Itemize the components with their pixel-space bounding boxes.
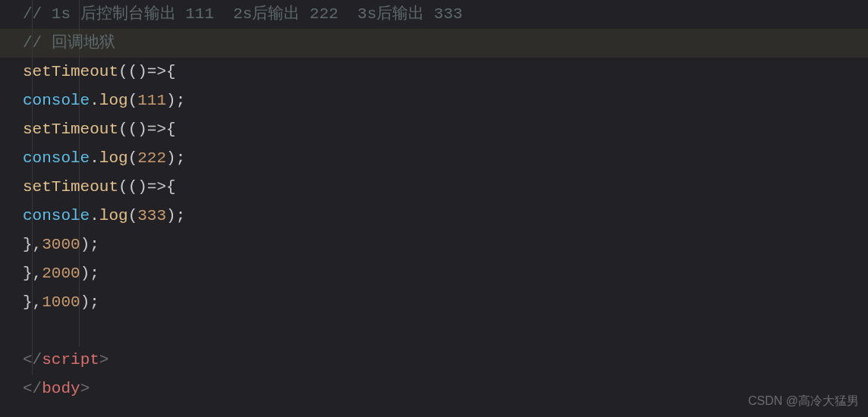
tag-bracket: </: [23, 375, 42, 403]
number-literal: 2000: [42, 259, 80, 288]
code-line[interactable]: }, 1000);: [0, 288, 868, 317]
number-literal: 1000: [42, 288, 80, 317]
dot: .: [90, 86, 99, 115]
paren-close: ): [166, 144, 176, 173]
paren-close: ): [166, 202, 176, 230]
paren-open: (: [128, 86, 138, 115]
comment-text: // 回调地狱: [23, 29, 115, 58]
number-literal: 111: [137, 86, 166, 115]
paren-open: (: [128, 202, 138, 230]
brace-close: }: [23, 288, 33, 317]
paren-open: (: [118, 58, 128, 86]
paren-close: ): [137, 115, 147, 144]
tag-bracket: >: [80, 375, 90, 403]
method-log: log: [99, 86, 128, 115]
brace-open: {: [166, 115, 176, 144]
paren-open: (: [118, 115, 128, 144]
code-line[interactable]: console.log(111);: [0, 86, 868, 115]
number-literal: 3000: [42, 230, 80, 259]
identifier-settimeout: setTimeout: [23, 115, 118, 144]
tag-bracket: >: [99, 346, 109, 375]
method-log: log: [99, 202, 128, 230]
code-line[interactable]: console.log(333);: [0, 202, 868, 230]
identifier-settimeout: setTimeout: [23, 58, 118, 86]
brace-open: {: [166, 173, 176, 202]
paren-close: ): [166, 86, 176, 115]
arrow-op: =>: [147, 115, 166, 144]
paren-close: ): [80, 288, 90, 317]
comment-text: // 1s 后控制台输出 111 2s后输出 222 3s后输出 333: [23, 0, 463, 29]
paren-close: ): [80, 230, 90, 259]
number-literal: 333: [137, 202, 166, 230]
watermark-text: CSDN @高冷大猛男: [748, 390, 859, 412]
semicolon: ;: [176, 86, 186, 115]
code-line[interactable]: }, 2000);: [0, 259, 868, 288]
code-line[interactable]: // 1s 后控制台输出 111 2s后输出 222 3s后输出 333: [0, 0, 868, 29]
code-line[interactable]: setTimeout(() => {: [0, 58, 868, 86]
code-line[interactable]: }, 3000);: [0, 230, 868, 259]
semicolon: ;: [90, 288, 99, 317]
paren-open: (: [128, 173, 138, 202]
paren-open: (: [128, 144, 138, 173]
paren-close: ): [137, 173, 147, 202]
semicolon: ;: [176, 202, 186, 230]
semicolon: ;: [90, 230, 99, 259]
paren-close: ): [80, 259, 90, 288]
identifier-settimeout: setTimeout: [23, 173, 118, 202]
brace-close: }: [23, 230, 33, 259]
number-literal: 222: [137, 144, 166, 173]
paren-open: (: [118, 173, 128, 202]
arrow-op: =>: [147, 173, 166, 202]
paren-close: ): [137, 58, 147, 86]
comma: ,: [33, 259, 42, 288]
arrow-op: =>: [147, 58, 166, 86]
tag-script: script: [42, 346, 99, 375]
semicolon: ;: [90, 259, 99, 288]
identifier-console: console: [23, 144, 90, 173]
paren-open: (: [128, 115, 138, 144]
identifier-console: console: [23, 202, 90, 230]
code-line[interactable]: setTimeout(() => {: [0, 115, 868, 144]
comma: ,: [33, 230, 42, 259]
dot: .: [90, 144, 99, 173]
code-line-empty[interactable]: [0, 317, 868, 346]
brace-open: {: [166, 58, 176, 86]
comma: ,: [33, 288, 42, 317]
semicolon: ;: [176, 144, 186, 173]
identifier-console: console: [23, 86, 90, 115]
code-line[interactable]: </body>: [0, 375, 868, 403]
code-line[interactable]: console.log(222);: [0, 144, 868, 173]
code-line-active[interactable]: // 回调地狱: [0, 29, 868, 58]
tag-bracket: </: [23, 346, 42, 375]
dot: .: [90, 202, 99, 230]
tag-body: body: [42, 375, 80, 403]
code-editor[interactable]: // 1s 后控制台输出 111 2s后输出 222 3s后输出 333 // …: [0, 0, 868, 403]
brace-close: }: [23, 259, 33, 288]
code-line[interactable]: </script>: [0, 346, 868, 375]
code-line[interactable]: setTimeout(() => {: [0, 173, 868, 202]
paren-open: (: [128, 58, 138, 86]
method-log: log: [99, 144, 128, 173]
